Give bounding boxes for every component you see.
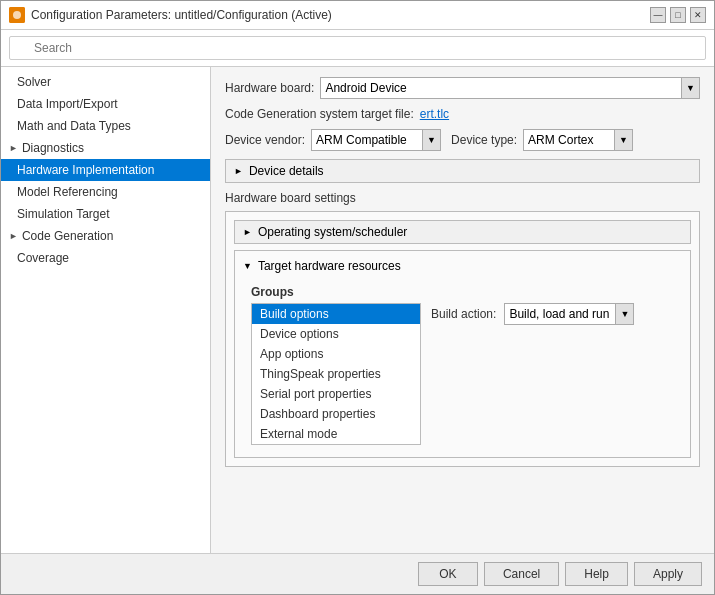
title-bar: Configuration Parameters: untitled/Confi… [1, 1, 714, 30]
cancel-button[interactable]: Cancel [484, 562, 559, 586]
group-label-device-options: Device options [260, 327, 339, 341]
device-vendor-dropdown-arrow[interactable]: ▼ [422, 130, 440, 150]
os-section: ► Operating system/scheduler [234, 220, 691, 244]
hardware-board-value: Android Device [321, 79, 681, 97]
device-vendor-select[interactable]: ARM Compatible ▼ [311, 129, 441, 151]
build-action-dropdown-arrow[interactable]: ▼ [615, 304, 633, 324]
group-label-dashboard-properties: Dashboard properties [260, 407, 375, 421]
svg-point-1 [13, 11, 21, 19]
device-row: Device vendor: ARM Compatible ▼ Device t… [225, 129, 700, 151]
group-label-build-options: Build options [260, 307, 329, 321]
config-window: Configuration Parameters: untitled/Confi… [0, 0, 715, 595]
main-content: Solver Data Import/Export Math and Data … [1, 67, 714, 553]
device-type-label: Device type: [451, 133, 517, 147]
sidebar-label-model-referencing: Model Referencing [17, 185, 118, 199]
sidebar-label-diagnostics: Diagnostics [22, 141, 84, 155]
device-vendor-label: Device vendor: [225, 133, 305, 147]
device-type-dropdown-arrow[interactable]: ▼ [614, 130, 632, 150]
sidebar-item-solver[interactable]: Solver [1, 71, 210, 93]
sidebar-item-coverage[interactable]: Coverage [1, 247, 210, 269]
code-gen-link[interactable]: ert.tlc [420, 107, 449, 121]
device-details-header[interactable]: ► Device details [226, 160, 699, 182]
hardware-board-row: Hardware board: Android Device ▼ [225, 77, 700, 99]
sidebar-label-data-import-export: Data Import/Export [17, 97, 118, 111]
os-section-header[interactable]: ► Operating system/scheduler [235, 221, 690, 243]
sidebar-label-code-generation: Code Generation [22, 229, 113, 243]
hw-settings-section: Hardware board settings ► Operating syst… [225, 191, 700, 467]
search-wrapper: 🔍 [9, 36, 706, 60]
group-label-external-mode: External mode [260, 427, 337, 441]
sidebar-label-simulation-target: Simulation Target [17, 207, 110, 221]
search-bar: 🔍 [1, 30, 714, 67]
target-hw-header: ▼ Target hardware resources [243, 259, 682, 273]
sidebar-item-hardware-implementation[interactable]: Hardware Implementation [1, 159, 210, 181]
group-item-app-options[interactable]: App options [252, 344, 420, 364]
groups-label: Groups [251, 285, 674, 299]
sidebar-item-simulation-target[interactable]: Simulation Target [1, 203, 210, 225]
chevron-right-icon-3: ► [234, 166, 243, 176]
sidebar-item-model-referencing[interactable]: Model Referencing [1, 181, 210, 203]
search-input[interactable] [9, 36, 706, 60]
sidebar-label-math-data-types: Math and Data Types [17, 119, 131, 133]
code-gen-label: Code Generation system target file: [225, 107, 414, 121]
device-type-select[interactable]: ARM Cortex ▼ [523, 129, 633, 151]
group-item-external-mode[interactable]: External mode [252, 424, 420, 444]
group-item-device-options[interactable]: Device options [252, 324, 420, 344]
build-action-row: Build action: Build, load and run ▼ [431, 303, 634, 325]
hardware-board-label: Hardware board: [225, 81, 314, 95]
build-action-area: Build action: Build, load and run ▼ [431, 303, 634, 445]
hw-settings-box: ► Operating system/scheduler ▼ Target ha… [225, 211, 700, 467]
chevron-down-icon: ▼ [243, 261, 252, 271]
groups-list: Build options Device options App options [251, 303, 421, 445]
chevron-right-icon: ► [9, 143, 18, 153]
hardware-board-dropdown-arrow[interactable]: ▼ [681, 78, 699, 98]
build-action-select[interactable]: Build, load and run ▼ [504, 303, 634, 325]
sidebar-label-solver: Solver [17, 75, 51, 89]
target-hw-content: Groups Build options Device options [243, 281, 682, 449]
sidebar-item-diagnostics[interactable]: ► Diagnostics [1, 137, 210, 159]
window-controls: — □ ✕ [650, 7, 706, 23]
device-type-group: Device type: ARM Cortex ▼ [451, 129, 633, 151]
device-type-value: ARM Cortex [524, 131, 614, 149]
target-hw-section: ▼ Target hardware resources Groups Build… [234, 250, 691, 458]
help-button[interactable]: Help [565, 562, 628, 586]
ok-button[interactable]: OK [418, 562, 478, 586]
group-item-serial-port-properties[interactable]: Serial port properties [252, 384, 420, 404]
os-section-label: Operating system/scheduler [258, 225, 407, 239]
sidebar: Solver Data Import/Export Math and Data … [1, 67, 211, 553]
window-icon [9, 7, 25, 23]
close-button[interactable]: ✕ [690, 7, 706, 23]
sidebar-item-data-import-export[interactable]: Data Import/Export [1, 93, 210, 115]
group-item-dashboard-properties[interactable]: Dashboard properties [252, 404, 420, 424]
group-item-thingspeak-properties[interactable]: ThingSpeak properties [252, 364, 420, 384]
chevron-right-icon-4: ► [243, 227, 252, 237]
device-details-label: Device details [249, 164, 324, 178]
target-hw-label: Target hardware resources [258, 259, 401, 273]
maximize-button[interactable]: □ [670, 7, 686, 23]
group-label-app-options: App options [260, 347, 323, 361]
hardware-board-select[interactable]: Android Device ▼ [320, 77, 700, 99]
group-label-serial-port-properties: Serial port properties [260, 387, 371, 401]
sidebar-label-coverage: Coverage [17, 251, 69, 265]
footer: OK Cancel Help Apply [1, 553, 714, 594]
device-vendor-value: ARM Compatible [312, 131, 422, 149]
minimize-button[interactable]: — [650, 7, 666, 23]
content-area: Hardware board: Android Device ▼ Code Ge… [211, 67, 714, 553]
group-item-build-options[interactable]: Build options [252, 304, 420, 324]
groups-container: Build options Device options App options [251, 303, 674, 445]
build-action-label: Build action: [431, 307, 496, 321]
sidebar-item-math-data-types[interactable]: Math and Data Types [1, 115, 210, 137]
hw-settings-title: Hardware board settings [225, 191, 700, 205]
chevron-right-icon-2: ► [9, 231, 18, 241]
sidebar-label-hardware-implementation: Hardware Implementation [17, 163, 154, 177]
group-label-thingspeak-properties: ThingSpeak properties [260, 367, 381, 381]
device-vendor-group: Device vendor: ARM Compatible ▼ [225, 129, 441, 151]
sidebar-item-code-generation[interactable]: ► Code Generation [1, 225, 210, 247]
apply-button[interactable]: Apply [634, 562, 702, 586]
device-details-section: ► Device details [225, 159, 700, 183]
window-title: Configuration Parameters: untitled/Confi… [31, 8, 644, 22]
code-gen-row: Code Generation system target file: ert.… [225, 107, 700, 121]
build-action-value: Build, load and run [505, 305, 615, 323]
